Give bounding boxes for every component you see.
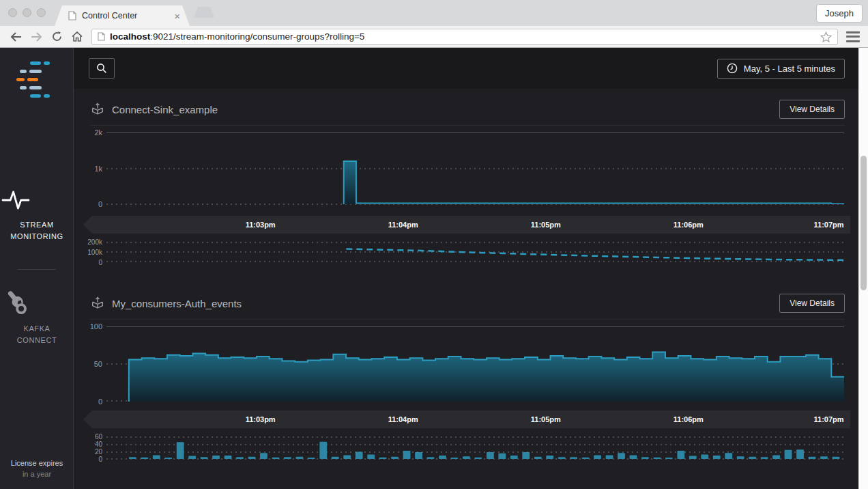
tab-control-center[interactable]: Control Center × [55, 5, 190, 26]
bookmark-star-icon[interactable] [820, 31, 832, 42]
url-bar[interactable]: localhost:9021/stream-monitoring/consume… [91, 29, 838, 45]
scrollbar-thumb[interactable] [860, 156, 867, 290]
search-button[interactable] [89, 58, 115, 79]
chart2-y-axis: 100 50 0 [82, 326, 106, 402]
url-path: :9021/stream-monitoring/consumer-groups?… [150, 31, 364, 42]
browser-toolbar: localhost:9021/stream-monitoring/consume… [0, 26, 868, 48]
new-tab-button[interactable] [194, 7, 214, 18]
window-controls[interactable] [8, 8, 46, 17]
menu-icon[interactable] [846, 31, 860, 42]
chart1-mini-plot [106, 242, 844, 262]
sidebar-item-label: STREAM MONITORING [0, 219, 74, 242]
license-notice: License expires in a year [0, 458, 74, 479]
url-text[interactable]: localhost:9021/stream-monitoring/consume… [110, 31, 816, 42]
chart1-y-axis: 2k 1k 0 [82, 132, 106, 204]
home-icon[interactable] [69, 29, 85, 45]
sidebar-divider [18, 269, 56, 270]
page-icon [68, 11, 76, 20]
chart1-mini-y-axis: 200k 100k 0 [82, 242, 106, 262]
chart1-view-details-button[interactable]: View Details [779, 100, 845, 119]
chart2-mini-plot [106, 436, 844, 459]
wrench-icon [0, 288, 30, 317]
chart2-x-axis-band: 11:03pm 11:04pm 11:05pm 11:06pm 11:07pm [83, 410, 850, 428]
profile-button[interactable]: Joseph [816, 4, 863, 23]
consumer-group-box-icon [90, 102, 105, 117]
consumer-group-box-icon [90, 296, 105, 311]
chart2-main-plot [106, 326, 844, 402]
main-content: May, 5 - Last 5 minutes Connect-Sink_exa… [74, 48, 858, 489]
chart1-header: Connect-Sink_example View Details [90, 100, 845, 126]
search-icon [96, 63, 107, 74]
chart2-mini-y-axis: 60 40 20 0 [82, 436, 106, 459]
reload-icon[interactable] [48, 29, 65, 45]
clock-icon [727, 63, 738, 74]
time-range-button[interactable]: May, 5 - Last 5 minutes [717, 59, 845, 79]
chart2-title: My_consumers-Auth_events [112, 298, 242, 309]
confluent-logo[interactable] [0, 61, 74, 101]
chart1-mini-plot-row: 200k 100k 0 [82, 242, 844, 262]
page-scrollbar[interactable] [858, 48, 868, 489]
url-host: localhost [110, 31, 150, 42]
tab-close-icon[interactable]: × [174, 11, 180, 21]
zoom-window-button[interactable] [37, 8, 46, 17]
tab-title: Control Center [82, 11, 174, 20]
pulse-icon [0, 187, 31, 213]
chart1-title: Connect-Sink_example [112, 104, 218, 115]
minimize-window-button[interactable] [23, 8, 31, 17]
chart1-main-plot-row: 2k 1k 0 [82, 132, 844, 204]
sidebar: STREAM MONITORING KAFKA CONNECT License … [0, 48, 74, 489]
back-icon[interactable] [8, 29, 24, 45]
chart1-main-plot [106, 132, 844, 204]
chart1-x-axis-band: 11:03pm 11:04pm 11:05pm 11:06pm 11:07pm [83, 216, 850, 234]
browser-tab-strip: Control Center × Joseph [0, 0, 868, 26]
forward-icon[interactable] [28, 29, 44, 45]
control-center-app: STREAM MONITORING KAFKA CONNECT License … [0, 48, 868, 489]
chart2-header: My_consumers-Auth_events View Details [90, 294, 845, 320]
chart2-view-details-button[interactable]: View Details [779, 294, 845, 313]
chart2-mini-plot-row: 60 40 20 0 [82, 436, 844, 459]
chart2-main-plot-row: 100 50 0 [82, 326, 844, 402]
screen: Control Center × Joseph localhost:9021/s… [0, 0, 868, 489]
top-toolbar: May, 5 - Last 5 minutes [74, 48, 858, 89]
sidebar-item-stream-monitoring[interactable]: STREAM MONITORING [0, 187, 74, 242]
sidebar-item-kafka-connect[interactable]: KAFKA CONNECT [0, 288, 74, 346]
time-range-label: May, 5 - Last 5 minutes [744, 64, 835, 74]
page-icon [98, 32, 105, 41]
sidebar-item-label: KAFKA CONNECT [0, 323, 74, 346]
close-window-button[interactable] [8, 8, 17, 17]
